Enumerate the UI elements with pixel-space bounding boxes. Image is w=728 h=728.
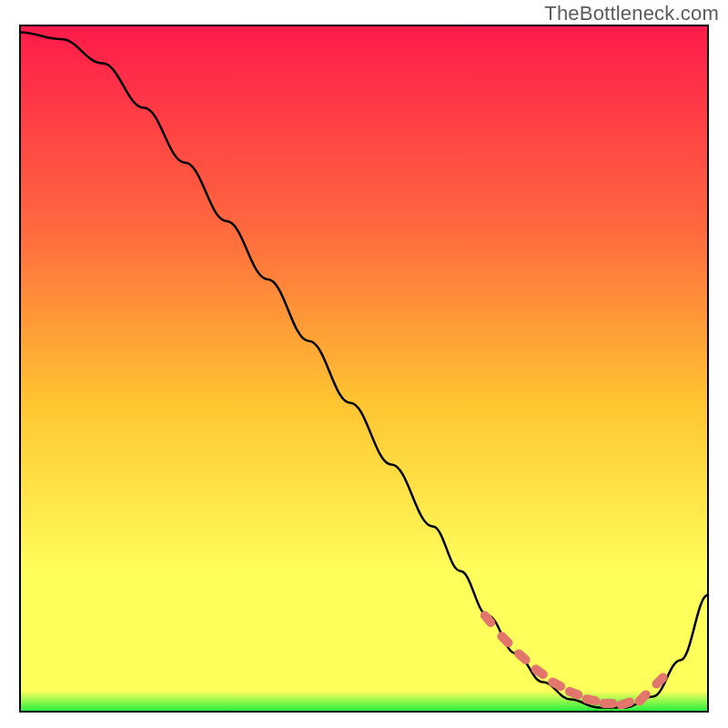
highlight-marker: [599, 699, 617, 708]
gradient-background: [20, 25, 708, 712]
chart-stage: TheBottleneck.com: [0, 0, 728, 728]
chart-svg: [0, 0, 728, 728]
watermark-text: TheBottleneck.com: [544, 2, 719, 25]
plot-area: [20, 25, 708, 712]
